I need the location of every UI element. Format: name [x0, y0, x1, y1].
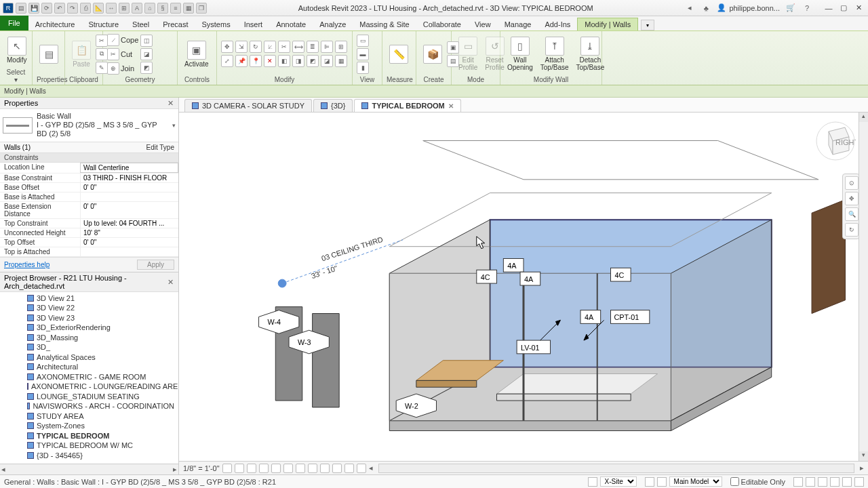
select-pinned-icon[interactable]	[818, 477, 827, 487]
workset-selector[interactable]: X-Site	[588, 476, 637, 487]
select-face-icon[interactable]	[830, 477, 840, 487]
analytical-icon[interactable]	[344, 464, 354, 473]
browser-item[interactable]: LOUNGE_STADIUM SEATING	[0, 392, 178, 402]
geom3-icon[interactable]: ◩	[140, 62, 153, 74]
default3d-icon[interactable]: ⌂	[144, 3, 155, 14]
browser-item[interactable]: STUDY AREA	[0, 411, 178, 422]
view3-icon[interactable]: ▮	[357, 62, 369, 74]
close-hidden-icon[interactable]: ▦	[183, 3, 194, 14]
attach-button[interactable]: ⤒Attach Top/Base	[538, 35, 572, 73]
drag-icon[interactable]	[842, 477, 852, 487]
constraints-group[interactable]: Constraints	[0, 153, 178, 163]
tab-view[interactable]: View	[468, 18, 498, 30]
properties-close-icon[interactable]: ✕	[166, 99, 174, 107]
type-selsel-button[interactable]: Basic WallI - GYP BD (2)5/8 _ MS 3 5/8 _…	[0, 109, 178, 142]
mod1-icon[interactable]: ◧	[278, 55, 290, 67]
property-row[interactable]: Base Extension Distance0' 0"	[0, 202, 178, 219]
property-row[interactable]: Unconnected Height10' 8"	[0, 228, 178, 238]
property-row[interactable]: Location LineWall Centerline	[0, 163, 178, 174]
geom1-icon[interactable]: ◫	[140, 35, 153, 47]
filter-icon[interactable]	[854, 477, 864, 487]
edit-profile-button[interactable]: ▭Edit Profile	[456, 35, 480, 73]
array-icon[interactable]: ⊞	[335, 41, 347, 53]
modify-button[interactable]: ↖Modify	[4, 35, 29, 65]
browser-item[interactable]: 3D View 23	[0, 313, 178, 323]
mod4-icon[interactable]: ◪	[321, 55, 333, 67]
help-icon[interactable]: ?	[802, 3, 812, 14]
viewcube[interactable]: RIGHT	[815, 121, 856, 161]
text-icon[interactable]: A	[132, 3, 142, 14]
browser-item[interactable]: System-Zones	[0, 421, 178, 431]
undo-icon[interactable]: ↶	[54, 3, 65, 14]
cope-label[interactable]: Cope	[121, 36, 138, 44]
property-row[interactable]: Base Constraint03 THIRD - FINISH FLOOR	[0, 174, 178, 183]
browser-item[interactable]: 3D_Massing	[0, 333, 178, 343]
properties-help-link[interactable]: Properties help	[4, 261, 50, 268]
rotate-icon[interactable]: ↻	[250, 41, 262, 53]
print-icon[interactable]: ⎙	[80, 3, 91, 14]
align-icon[interactable]: ⊫	[321, 41, 333, 53]
tab-precast[interactable]: Precast	[156, 18, 195, 30]
lock3d-icon[interactable]	[308, 464, 317, 473]
browser-item[interactable]: Analytical Spaces	[0, 352, 178, 363]
mod5-icon[interactable]: ▦	[335, 55, 347, 67]
rendering-icon[interactable]	[271, 464, 281, 473]
property-row[interactable]: Top is Attached	[0, 247, 178, 257]
select-underlay-icon[interactable]	[806, 477, 815, 487]
open-icon[interactable]: ▤	[16, 3, 26, 14]
browser-item[interactable]: Architectural	[0, 362, 178, 372]
browser-item[interactable]: {3D - 345465}	[0, 451, 178, 461]
close-tab-icon[interactable]: ✕	[448, 102, 454, 110]
split-icon[interactable]: ✂	[278, 41, 290, 53]
tag-4c-2[interactable]: 4C	[611, 268, 631, 281]
browser-item[interactable]: 3D View 22	[0, 303, 178, 313]
save-icon[interactable]: 💾	[28, 3, 39, 14]
design-option-icon[interactable]	[645, 477, 654, 487]
view-tab[interactable]: {3D}	[313, 99, 353, 112]
scale-icon[interactable]: ⤢	[221, 55, 233, 67]
measure-button[interactable]: 📏	[387, 43, 411, 65]
measure-icon[interactable]: 📐	[93, 3, 104, 14]
close-window-button[interactable]: ✕	[852, 3, 865, 13]
search-icon[interactable]: ◂	[684, 3, 695, 14]
browser-item[interactable]: TYPICAL BEDROOM W/ MC	[0, 441, 178, 451]
browser-item[interactable]: 3D View 21	[0, 293, 178, 304]
tag-cpt01[interactable]: CPT-01	[611, 310, 650, 324]
paste-button[interactable]: 📋Paste	[69, 39, 94, 69]
scale-label[interactable]: 1/8" = 1'-0"	[183, 464, 220, 472]
browser-item[interactable]: NAVISWORKS - ARCH - COORDINATION	[0, 401, 178, 411]
crop-icon[interactable]	[283, 464, 293, 473]
wall-opening-button[interactable]: ▯Wall Opening	[505, 35, 536, 73]
switch-windows-icon[interactable]: ❐	[196, 3, 207, 14]
browser-item[interactable]: AXONOMETRIC - GAME ROOM	[0, 372, 178, 382]
move-icon[interactable]: ✥	[221, 41, 233, 53]
property-row[interactable]: Top Offset0' 0"	[0, 238, 178, 247]
tab-steel[interactable]: Steel	[125, 18, 156, 30]
cart-icon[interactable]: 🛒	[785, 3, 796, 14]
keynote-icon[interactable]: ♣	[701, 3, 711, 14]
file-tab[interactable]: File	[0, 16, 28, 30]
tab-structure[interactable]: Structure	[81, 18, 125, 30]
orbit-icon[interactable]: ↻	[845, 223, 859, 237]
horizontal-scrollbar[interactable]	[378, 464, 854, 473]
create-button[interactable]: 📦	[420, 43, 445, 65]
instance-filter[interactable]: Walls (1)	[4, 144, 31, 151]
tab-modify-walls[interactable]: Modify | Walls	[577, 18, 638, 30]
temp-hide-icon[interactable]	[320, 464, 330, 473]
join-icon[interactable]: ⊕	[107, 62, 119, 75]
view2-icon[interactable]: ▬	[357, 48, 369, 60]
cut-label[interactable]: Cut	[121, 50, 132, 58]
browser-item[interactable]: AXONOMETRIC - LOUNGE/READING ARE	[0, 382, 178, 392]
drawing-canvas[interactable]: 03 CEILING THIRD 33' - 10" W-4 W-3 W-2 4…	[179, 113, 868, 461]
type-dropdown-icon[interactable]: ▾	[172, 122, 176, 129]
navigation-bar[interactable]: ⊙ ✥ 🔍 ↻	[842, 174, 860, 239]
visual-style-icon[interactable]	[235, 464, 244, 473]
property-row[interactable]: Top ConstraintUp to level: 04 FOURTH ...	[0, 219, 178, 228]
browser-scrollbar[interactable]: ◂▸	[0, 464, 178, 474]
detach-button[interactable]: ⤓Detach Top/Base	[574, 35, 608, 73]
view-tab[interactable]: TYPICAL BEDROOM✕	[354, 99, 460, 112]
trim-icon[interactable]: ⟀	[264, 41, 276, 53]
reveal-icon[interactable]	[332, 464, 342, 473]
activate-button[interactable]: ▣Activate	[182, 39, 212, 69]
ribbon-extra-icon[interactable]: ▾	[641, 20, 654, 30]
